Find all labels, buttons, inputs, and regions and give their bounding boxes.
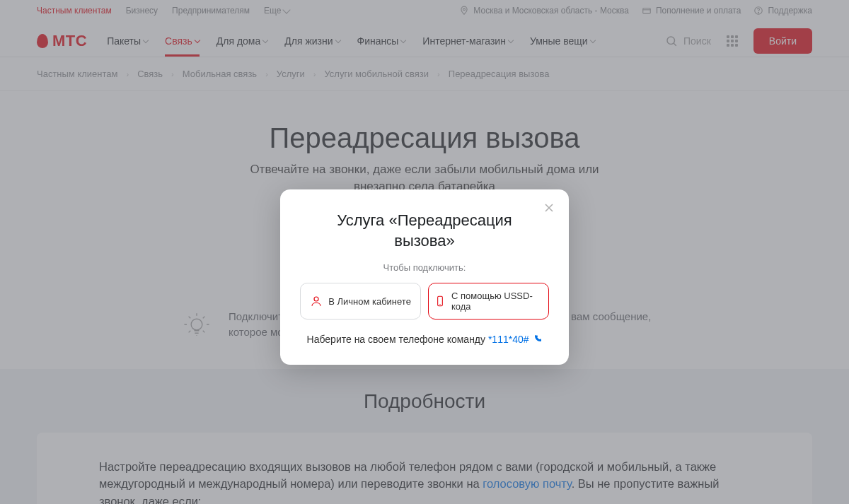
modal-options: В Личном кабинете С помощью USSD-кода (300, 283, 549, 320)
modal-subtitle: Чтобы подключить: (300, 262, 549, 273)
instr-pre: Наберите на своем телефоне команду (307, 334, 488, 345)
option-personal-account[interactable]: В Личном кабинете (300, 283, 421, 320)
close-icon (542, 201, 556, 215)
option-label: В Личном кабинете (328, 296, 411, 307)
close-button[interactable] (542, 201, 556, 218)
phone-call-icon (531, 334, 543, 345)
modal-instruction: Наберите на своем телефоне команду *111*… (300, 334, 549, 345)
phone-device-icon (434, 295, 446, 307)
option-ussd[interactable]: С помощью USSD-кода (428, 283, 549, 320)
option-label: С помощью USSD-кода (451, 291, 543, 312)
svg-point-6 (314, 297, 318, 301)
modal-title: Услуга «Переадресация вызова» (321, 211, 528, 251)
modal-overlay[interactable]: Услуга «Переадресация вызова» Чтобы подк… (0, 0, 849, 504)
connect-modal: Услуга «Переадресация вызова» Чтобы подк… (280, 189, 569, 365)
ussd-code[interactable]: *111*40# (488, 334, 529, 345)
user-icon (310, 295, 323, 307)
